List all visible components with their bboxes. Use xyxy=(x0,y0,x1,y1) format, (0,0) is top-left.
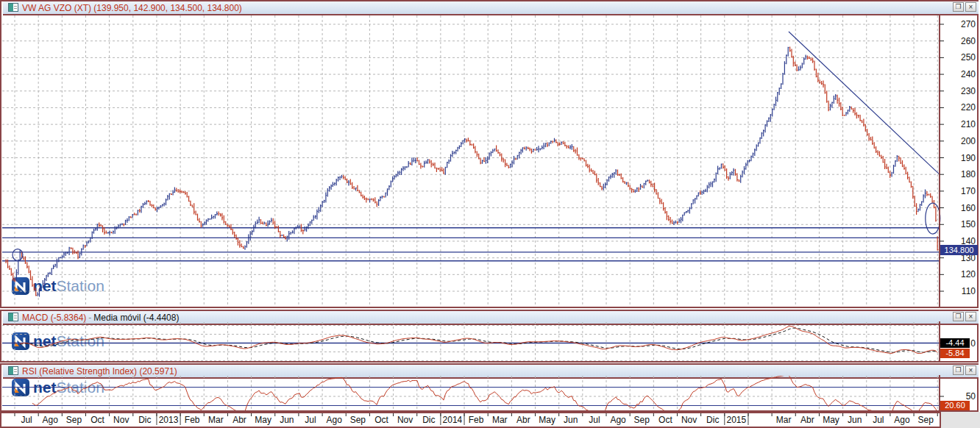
logo-net-text: net xyxy=(33,379,57,396)
macd-value-box: -5.84 xyxy=(940,349,970,358)
netstation-logo-icon xyxy=(12,332,29,350)
macd-window[interactable]: MACD (-5.8364)-Media móvil (-4.4408) xyxy=(0,310,979,363)
logo-net-text: net xyxy=(33,277,57,294)
main-close-button[interactable]: × xyxy=(965,2,976,12)
logo-net-text: net xyxy=(33,332,57,349)
netstation-watermark: netStation xyxy=(12,379,104,396)
price-axis-label: 180 xyxy=(946,169,976,179)
price-axis-label: 200 xyxy=(946,136,976,146)
main-chart-window[interactable]: VW AG VZO (XT) (139.950, 142.900, 134.50… xyxy=(0,0,979,308)
time-axis-label: Sep xyxy=(909,415,942,425)
last-price-box: 134.800 xyxy=(940,245,978,255)
price-axis-label: 220 xyxy=(946,102,976,113)
rsi-axis-label: 50 xyxy=(946,391,976,402)
price-axis-label: 260 xyxy=(946,36,976,46)
main-restore-button[interactable]: ❐ xyxy=(953,2,964,12)
netstation-watermark: netStation xyxy=(12,332,104,350)
price-axis-label: 270 xyxy=(946,19,976,29)
rsi-value-box: 20.60 xyxy=(940,401,970,410)
price-axis-label: 210 xyxy=(946,119,976,129)
price-axis-label: 170 xyxy=(946,186,976,196)
main-title: VW AG VZO (XT) (139.950, 142.900, 134.50… xyxy=(22,3,242,13)
rsi-title-bar[interactable]: RSI (Relative Strength Index) (20.5971) xyxy=(3,365,979,379)
price-axis-label: 160 xyxy=(946,203,976,213)
logo-station-text: Station xyxy=(57,332,104,349)
netstation-logo-icon xyxy=(12,379,29,396)
main-title-bar[interactable]: VW AG VZO (XT) (139.950, 142.900, 134.50… xyxy=(3,1,979,15)
chart-icon xyxy=(8,3,18,12)
price-axis-label: 150 xyxy=(946,219,976,229)
bottom-right-corner xyxy=(941,412,980,428)
macd-close-button[interactable]: × xyxy=(965,312,976,321)
price-axis-label: 250 xyxy=(946,52,976,63)
macd-title-bar[interactable]: MACD (-5.8364)-Media móvil (-4.4408) xyxy=(3,311,979,325)
price-axis-label: 230 xyxy=(946,86,976,96)
netstation-logo-icon xyxy=(12,277,29,295)
rsi-title: RSI (Relative Strength Index) (20.5971) xyxy=(22,366,177,377)
macd-signal-value-box: -4.44 xyxy=(940,338,970,348)
macd-title-signal: Media móvil (-4.4408) xyxy=(93,313,179,323)
price-axis-label: 190 xyxy=(946,153,976,163)
logo-station-text: Station xyxy=(57,379,104,396)
chart-icon xyxy=(8,313,18,321)
macd-title-red: MACD (-5.8364) xyxy=(22,313,86,323)
macd-restore-button[interactable]: ❐ xyxy=(953,312,964,321)
chart-icon xyxy=(8,366,18,375)
rsi-window[interactable]: RSI (Relative Strength Index) (20.5971) xyxy=(0,363,979,412)
rsi-close-button[interactable]: × xyxy=(965,365,976,375)
macd-title-separator: - xyxy=(86,313,93,323)
price-axis-label: 240 xyxy=(946,69,976,79)
price-axis-label: 120 xyxy=(946,269,976,279)
logo-station-text: Station xyxy=(57,277,104,294)
macd-title: MACD (-5.8364)-Media móvil (-4.4408) xyxy=(22,313,179,323)
netstation-watermark: netStation xyxy=(12,277,104,295)
rsi-restore-button[interactable]: ❐ xyxy=(953,365,964,375)
time-axis-label: 2015 xyxy=(720,415,753,425)
price-axis-label: 110 xyxy=(946,286,976,296)
netstation-app: VW AG VZO (XT) (139.950, 142.900, 134.50… xyxy=(0,0,980,428)
